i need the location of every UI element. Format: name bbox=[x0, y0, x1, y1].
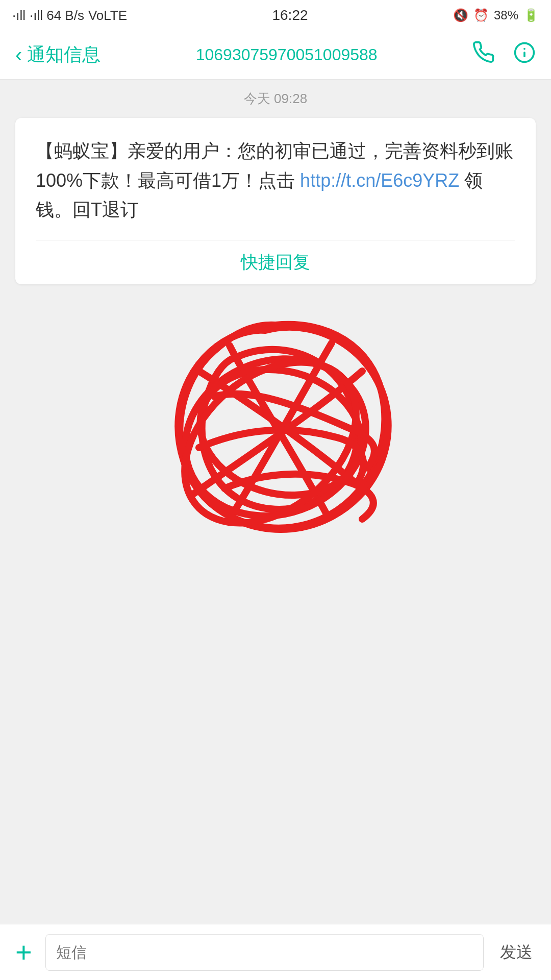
alarm-icon: ⏰ bbox=[473, 8, 489, 22]
back-arrow-icon: ‹ bbox=[15, 43, 22, 66]
scribble-drawing bbox=[148, 295, 403, 550]
message-timestamp: 今天 09:28 bbox=[10, 90, 541, 108]
message-bubble: 【蚂蚁宝】亲爱的用户：您的初审已通过，完善资料秒到账100%下款！最高可借1万！… bbox=[15, 118, 536, 284]
status-time: 16:22 bbox=[272, 7, 308, 23]
nav-back-label: 通知信息 bbox=[27, 42, 101, 67]
battery-percent: 38% bbox=[494, 8, 518, 22]
battery-icon: 🔋 bbox=[523, 8, 539, 22]
nav-bar: ‹ 通知信息 10693075970051009588 bbox=[0, 31, 551, 80]
nav-phone-number: 10693075970051009588 bbox=[101, 45, 472, 64]
data-speed: ·ıll 64 B/s bbox=[30, 8, 84, 23]
quick-reply-button[interactable]: 快捷回复 bbox=[36, 240, 515, 284]
signal-icon: ·ıll bbox=[12, 8, 26, 23]
bottom-bar: + 发送 bbox=[0, 924, 551, 980]
message-link[interactable]: http://t.cn/E6c9YRZ bbox=[300, 170, 459, 191]
network-type: VoLTE bbox=[88, 8, 127, 23]
muted-icon: 🔇 bbox=[453, 8, 468, 22]
status-right: 🔇 ⏰ 38% 🔋 bbox=[453, 8, 539, 22]
drawing-annotation bbox=[10, 284, 541, 560]
message-input[interactable] bbox=[45, 934, 484, 971]
nav-back-button[interactable]: ‹ 通知信息 bbox=[15, 42, 101, 67]
phone-call-icon[interactable] bbox=[472, 41, 495, 69]
nav-actions bbox=[472, 41, 536, 69]
send-button[interactable]: 发送 bbox=[492, 941, 541, 964]
main-content: 今天 09:28 【蚂蚁宝】亲爱的用户：您的初审已通过，完善资料秒到账100%下… bbox=[0, 80, 551, 924]
status-bar: ·ıll ·ıll 64 B/s VoLTE 16:22 🔇 ⏰ 38% 🔋 bbox=[0, 0, 551, 31]
info-icon[interactable] bbox=[513, 41, 536, 69]
add-attachment-button[interactable]: + bbox=[10, 936, 37, 969]
status-left: ·ıll ·ıll 64 B/s VoLTE bbox=[12, 8, 127, 23]
message-area: 今天 09:28 【蚂蚁宝】亲爱的用户：您的初审已通过，完善资料秒到账100%下… bbox=[0, 80, 551, 570]
message-body: 【蚂蚁宝】亲爱的用户：您的初审已通过，完善资料秒到账100%下款！最高可借1万！… bbox=[36, 136, 515, 225]
